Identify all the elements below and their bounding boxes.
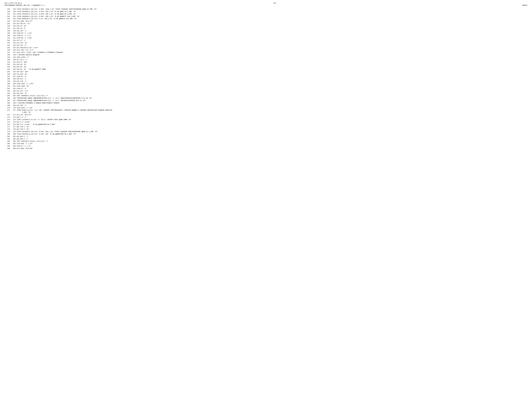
row-num2: 244 bbox=[10, 44, 16, 47]
row-text: Н2=1,000' Н3=1,57* bbox=[16, 20, 527, 22]
row-num2: 269 bbox=[10, 104, 16, 107]
row-text: Е16-119' 2* bbox=[16, 30, 527, 32]
row-num2: 268 bbox=[10, 102, 16, 104]
table-row: 264264Е15-614' 37* bbox=[5, 92, 527, 95]
row-num1: 248 bbox=[5, 54, 10, 56]
row-text: Т2310-29035#К=1,29(=13)' 0,31' 390.1,29'… bbox=[16, 18, 527, 20]
row-text: Н2=1,61' Н3=1,57* bbox=[16, 114, 527, 116]
row-num2: 248 bbox=[10, 54, 16, 56]
table-row: 230230Т2310-29150#К=1,29(=13)' 0,014' 61… bbox=[5, 10, 527, 13]
row-num1: 238 bbox=[5, 30, 10, 32]
table-row: 231231Т2310-29154#К=1,29(=13)' 0,046' 48… bbox=[5, 13, 527, 15]
table-row: 253253Е16-40' 48* bbox=[5, 66, 527, 68]
row-text: Т2310-29150#К=1,29(=13)' 0,014' 610.1,29… bbox=[16, 10, 527, 13]
row-num2: 285 bbox=[10, 145, 16, 148]
row-text: Т2310-29146#К=1,29(=13)' 0,034' 945.1,29… bbox=[16, 130, 527, 133]
row-num2: 267 bbox=[10, 100, 16, 102]
row-text: Е18-166' 2* bbox=[16, 104, 527, 107]
row-num2: 243 bbox=[10, 42, 16, 44]
table-row: 261261С130-1949' 10* bbox=[5, 85, 527, 87]
row-num2: 272 bbox=[10, 114, 16, 116]
row-text: Ц7-179-1' 1* bbox=[16, 59, 527, 61]
doc-number: 200501 bbox=[522, 4, 527, 6]
row-num2: 253 bbox=[10, 66, 16, 68]
table-row: 240240С130-87' 2' 2,2* bbox=[5, 35, 527, 37]
table-row: 281281Ц12-803-1' 1* bbox=[5, 135, 527, 138]
row-text: Е23-109(А1=47,15)' 0,54* bbox=[16, 47, 527, 49]
row-text: С130-1004' 6' 1,85* bbox=[16, 83, 527, 85]
row-num1: 264 bbox=[5, 92, 10, 95]
row-text: Е13-125' 31* bbox=[16, 42, 527, 44]
table-row: 251251Е16-37' 202* bbox=[5, 61, 527, 64]
row-num2: 273 bbox=[10, 116, 16, 119]
table-row: 247247С121-1975' 0,007' 646' СТОИМОСТЬ С… bbox=[5, 51, 527, 54]
row-text: Т2310-29154#К=1,29(=13)' 0,046' 485.1,29… bbox=[16, 13, 527, 15]
row-text: Е16-34' 4* bbox=[16, 27, 527, 30]
row-num2: 251 bbox=[10, 61, 16, 64]
row-num1: 284 bbox=[5, 143, 10, 145]
row-num1: 272 bbox=[5, 114, 10, 116]
row-text: 2307-10812#К=1,32(А1.1,32)(=13)' 1* bbox=[16, 140, 527, 143]
row-text: Е16-40' 48* bbox=[16, 66, 527, 68]
table-row: 250250Ц7-179-1' 1* bbox=[5, 59, 527, 61]
row-text: Ц12-2-4' 0,034* bbox=[16, 121, 527, 123]
table-row: 255255Е16-219' 135* bbox=[5, 71, 527, 73]
row-num1: 255 bbox=[5, 71, 10, 73]
table-row: 245245Е23-109(А1=47,15)' 0,54* bbox=[5, 47, 527, 49]
row-num2: 254 bbox=[10, 68, 16, 71]
row-num2: 242 bbox=[10, 39, 16, 42]
table-row: 2652652307-10400#К=1,32(А1.1,32)(=23)' 4… bbox=[5, 95, 527, 97]
row-num2: 265 bbox=[10, 95, 16, 97]
table-row: 236236Е16-33' 18* bbox=[5, 25, 527, 27]
table-row: 270270С130-1953' 2' 125* bbox=[5, 107, 527, 109]
row-num1: 235 bbox=[5, 22, 10, 25]
row-num1: 273 bbox=[5, 116, 10, 119]
doc-ref: 902-2-458 М.88 АЛ.8 bbox=[5, 2, 22, 4]
row-num2: 284 bbox=[10, 143, 16, 145]
table-row: 252252Е16-38' 24* bbox=[5, 63, 527, 66]
row-num1: 285 bbox=[5, 145, 10, 148]
table-row: 2832832307-10812#К=1,32(А1.1,32)(=13)' 1… bbox=[5, 140, 527, 143]
row-text: Е16-219' 135* bbox=[16, 71, 527, 73]
row-num2: 278 bbox=[10, 128, 16, 130]
table-row: 243243Е13-125' 31* bbox=[5, 42, 527, 44]
row-num1: 246 bbox=[5, 49, 10, 51]
row-text: Е13-131' 8* bbox=[16, 44, 527, 47]
row-text: Ц12-758-2' 55* bbox=[16, 128, 527, 130]
table-row: 254254Е16-48' 18' ' ТО ЖЕ,ДИАМЕТР 30ММ* bbox=[5, 68, 527, 71]
row-num2: 266 bbox=[10, 97, 16, 100]
table-row: 232232Т2310-29020#К=1,29(=13)' 0,044' 45… bbox=[5, 15, 527, 18]
table-row: 276276Ц12-2-6' 0,195' ' ТО ЖЕ,ДИАМЕТРОМ … bbox=[5, 123, 527, 126]
table-row: 238238Е16-119' 2* bbox=[5, 30, 527, 32]
row-num1: 236 bbox=[5, 25, 10, 27]
row-text: С121-1975' 0,007' 646' СТОИМОСТЬ СТРЕМЯН… bbox=[16, 51, 527, 54]
table-row: 263263Е13-121' 3,5* bbox=[5, 90, 527, 92]
row-num2: 249 bbox=[10, 56, 16, 59]
row-num1: 239 bbox=[5, 32, 10, 35]
row-text: Н2=1,009' Н3=0,98* bbox=[16, 148, 527, 150]
row-num1: 283 bbox=[5, 140, 10, 143]
table-row: 248248Р СИСТЕМА СЖАТОГО ВОЗДУХА* bbox=[5, 54, 527, 56]
row-num2: 240 bbox=[10, 35, 16, 37]
row-num2: 271 bbox=[10, 109, 16, 114]
row-num2: 230 bbox=[10, 10, 16, 13]
row-num1: 270 bbox=[5, 107, 10, 109]
row-text: Ц18-1-4' 5* bbox=[16, 116, 527, 119]
row-num2: 281 bbox=[10, 135, 16, 138]
row-num2: 234 bbox=[10, 20, 16, 22]
row-text: С130-87' 2' 2,2* bbox=[16, 145, 527, 148]
row-num2: 247 bbox=[10, 51, 16, 54]
row-num1: 274 bbox=[5, 119, 10, 121]
row-num2: 237 bbox=[10, 27, 16, 30]
table-row: 258258Е16-117' 1* bbox=[5, 78, 527, 80]
row-num1: 245 bbox=[5, 47, 10, 49]
row-num1: 247 bbox=[5, 51, 10, 54]
table-row: 244244Е13-131' 8* bbox=[5, 44, 527, 47]
table-row: 267267ТЧЕРКЕССКИЙ ЗАВОД ГИДРОАППАРАТУРЫ(… bbox=[5, 100, 527, 102]
row-text: 2302-11021' 1* bbox=[16, 56, 527, 59]
row-text: Т2310-29020#К=1,29(=13)' 0,044' 450.1,29… bbox=[16, 15, 527, 18]
row-num1: 286 bbox=[5, 148, 10, 150]
table-row: 273273Ц18-1-4' 5* bbox=[5, 116, 527, 119]
row-text: Ц12-803-1' 1* bbox=[16, 135, 527, 138]
table-row: 274274Т2307-11378#К=1,5(=14)' 6' 142,5' … bbox=[5, 119, 527, 121]
